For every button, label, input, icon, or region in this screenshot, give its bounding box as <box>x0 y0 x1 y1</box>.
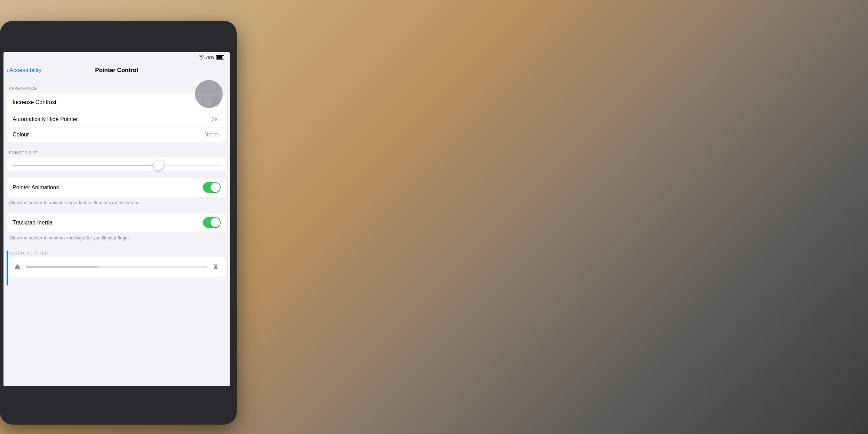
trackpad-inertia-group: Trackpad Inertia <box>7 213 226 232</box>
ipad-device-wrapper: 78% ‹ Accessibility Pointer Control <box>0 0 244 434</box>
ipad-screen: 78% ‹ Accessibility Pointer Control <box>3 52 230 386</box>
pointer-animations-label: Pointer Animations <box>13 184 59 191</box>
pointer-size-section: POINTER SIZE <box>3 151 230 171</box>
back-button-label: Accessibility <box>9 67 42 74</box>
trackpad-inertia-description: Allow the pointer to continue moving aft… <box>3 232 230 243</box>
svg-line-2 <box>15 269 16 270</box>
svg-point-1 <box>16 265 18 267</box>
pointer-animations-row[interactable]: Pointer Animations <box>7 178 226 197</box>
colour-label: Colour <box>13 132 29 138</box>
pointer-animations-group: Pointer Animations <box>7 178 226 197</box>
pointer-cursor-circle <box>195 80 223 108</box>
increase-contrast-row[interactable]: Increase Contrast <box>7 93 226 112</box>
blue-accent-bar <box>7 251 8 285</box>
pointer-size-slider-track <box>13 165 221 166</box>
scrolling-speed-slider-row <box>7 257 226 277</box>
colour-row[interactable]: Colour None › <box>7 127 226 142</box>
status-bar-right: 78% <box>198 55 224 60</box>
trackpad-inertia-toggle[interactable] <box>203 217 221 228</box>
appearance-settings-group: Increase Contrast Automatically Hide Poi… <box>7 93 226 142</box>
svg-point-4 <box>214 267 218 269</box>
trackpad-inertia-toggle-knob <box>211 218 220 227</box>
status-bar: 78% <box>3 52 230 63</box>
pointer-animations-description: Allow the pointer to animate and adapt t… <box>3 197 230 207</box>
pointer-size-slider-fill <box>13 165 158 166</box>
auto-hide-pointer-value: 2s <box>212 116 218 123</box>
wifi-icon <box>198 55 204 60</box>
ipad-bezel: 78% ‹ Accessibility Pointer Control <box>0 21 237 425</box>
auto-hide-pointer-value-container: 2s › <box>212 116 221 123</box>
colour-value-container: None › <box>204 132 221 138</box>
trackpad-inertia-label: Trackpad Inertia <box>13 220 53 226</box>
pointer-animations-toggle[interactable] <box>203 182 221 193</box>
increase-contrast-label: Increase Contrast <box>13 99 56 105</box>
colour-value: None <box>204 132 218 138</box>
trackpad-inertia-section: Trackpad Inertia Allow the pointer to co… <box>3 213 230 243</box>
pointer-animations-toggle-knob <box>211 183 220 192</box>
navigation-header: ‹ Accessibility Pointer Control <box>3 63 230 78</box>
scroll-fast-icon <box>211 262 221 272</box>
auto-hide-pointer-label: Automatically Hide Pointer <box>13 116 78 123</box>
colour-chevron-icon: › <box>219 132 221 137</box>
pointer-size-slider-thumb[interactable] <box>153 160 163 170</box>
pointer-animations-section: Pointer Animations Allow the pointer to … <box>3 178 230 207</box>
scrolling-speed-slider-track <box>26 266 207 268</box>
back-button[interactable]: ‹ Accessibility <box>6 67 41 74</box>
auto-hide-pointer-row[interactable]: Automatically Hide Pointer 2s › <box>7 112 226 127</box>
scrolling-speed-slider-fill <box>26 266 98 268</box>
scrolling-speed-section-header: SCROLLING SPEED <box>3 251 230 257</box>
scrolling-speed-section: SCROLLING SPEED <box>3 251 230 277</box>
trackpad-inertia-row[interactable]: Trackpad Inertia <box>7 213 226 232</box>
pointer-size-slider-container <box>7 157 226 171</box>
battery-fill <box>216 56 222 59</box>
battery-percent: 78% <box>206 55 214 60</box>
settings-content: APPEARANCE Increase Contrast Automatical… <box>3 78 230 284</box>
pointer-size-section-header: POINTER SIZE <box>3 151 230 157</box>
svg-line-3 <box>19 269 20 270</box>
page-title: Pointer Control <box>95 67 138 74</box>
battery-icon <box>216 55 224 60</box>
scroll-slow-icon <box>13 262 22 272</box>
back-chevron-icon: ‹ <box>6 67 9 74</box>
auto-hide-pointer-chevron-icon: › <box>219 117 221 122</box>
svg-point-5 <box>215 265 217 267</box>
